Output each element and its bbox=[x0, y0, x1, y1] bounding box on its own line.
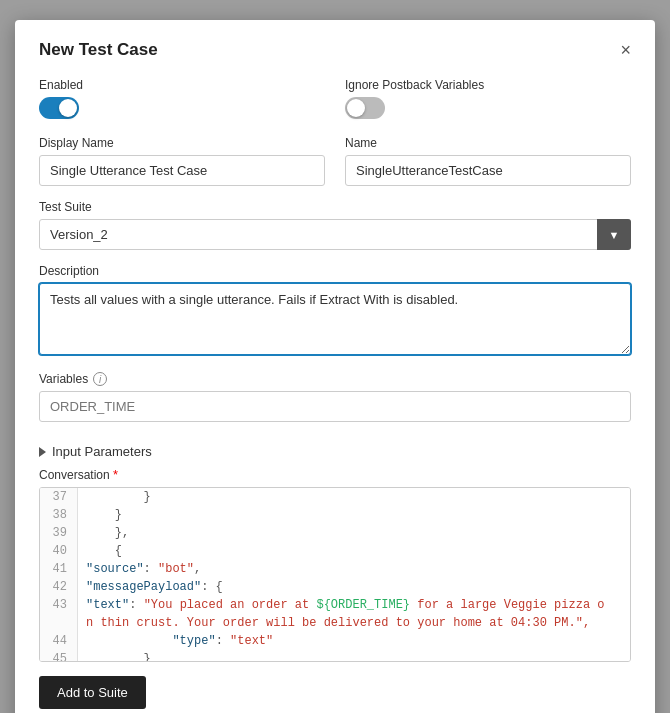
variables-input[interactable] bbox=[39, 391, 631, 422]
add-to-suite-button[interactable]: Add to Suite bbox=[39, 676, 146, 709]
ignore-postback-toggle[interactable] bbox=[345, 97, 385, 119]
code-line-40: 40 { bbox=[40, 542, 630, 560]
code-line-39: 39 }, bbox=[40, 524, 630, 542]
description-textarea[interactable]: Tests all values with a single utterance… bbox=[39, 283, 631, 355]
input-parameters-label: Input Parameters bbox=[52, 444, 152, 459]
code-line-44: 44 "type": "text" bbox=[40, 632, 630, 650]
line-num-38: 38 bbox=[40, 506, 78, 524]
test-suite-section: Test Suite Version_2 Version_1 bbox=[39, 200, 631, 250]
ignore-postback-slider bbox=[345, 97, 385, 119]
line-num-44: 44 bbox=[40, 632, 78, 650]
line-content-39: }, bbox=[78, 524, 129, 542]
enabled-label: Enabled bbox=[39, 78, 325, 92]
line-content-42: "messagePayload": { bbox=[78, 578, 223, 596]
variables-label-text: Variables bbox=[39, 372, 88, 386]
line-content-41: "source": "bot", bbox=[78, 560, 201, 578]
new-test-case-modal: New Test Case × Enabled Ignore Postback … bbox=[15, 20, 655, 713]
enabled-col: Enabled bbox=[39, 78, 325, 122]
required-star: * bbox=[113, 467, 118, 482]
chevron-right-icon bbox=[39, 447, 46, 457]
enabled-toggle[interactable] bbox=[39, 97, 79, 119]
display-name-input[interactable] bbox=[39, 155, 325, 186]
variables-info-icon[interactable]: i bbox=[93, 372, 107, 386]
toggles-row: Enabled Ignore Postback Variables bbox=[39, 78, 631, 122]
line-content-45: } bbox=[78, 650, 151, 662]
line-num-43: 43 bbox=[40, 596, 78, 614]
line-num-45: 45 bbox=[40, 650, 78, 662]
line-content-43b: n thin crust. Your order will be deliver… bbox=[78, 614, 590, 632]
conversation-label: Conversation bbox=[39, 468, 110, 482]
enabled-slider bbox=[39, 97, 79, 119]
code-line-45: 45 } bbox=[40, 650, 630, 662]
variables-label-row: Variables i bbox=[39, 372, 631, 386]
line-num-37: 37 bbox=[40, 488, 78, 506]
variables-section: Variables i bbox=[39, 372, 631, 422]
description-label: Description bbox=[39, 264, 631, 278]
test-suite-select[interactable]: Version_2 Version_1 bbox=[39, 219, 631, 250]
conversation-section: Conversation * 37 } 38 } 39 } bbox=[39, 467, 631, 662]
code-line-43: 43 "text": "You placed an order at ${ORD… bbox=[40, 596, 630, 614]
line-num-42: 42 bbox=[40, 578, 78, 596]
test-suite-wrapper: Version_2 Version_1 bbox=[39, 219, 631, 250]
name-row: Display Name Name bbox=[39, 136, 631, 186]
line-content-43: "text": "You placed an order at ${ORDER_… bbox=[78, 596, 605, 614]
name-col: Name bbox=[345, 136, 631, 186]
conversation-label-row: Conversation * bbox=[39, 467, 631, 482]
conversation-code-editor[interactable]: 37 } 38 } 39 }, 40 { bbox=[39, 487, 631, 662]
line-content-44: "type": "text" bbox=[78, 632, 273, 650]
display-name-label: Display Name bbox=[39, 136, 325, 150]
input-parameters-header[interactable]: Input Parameters bbox=[39, 436, 631, 467]
line-content-37: } bbox=[78, 488, 151, 506]
code-line-43b: n thin crust. Your order will be deliver… bbox=[40, 614, 630, 632]
modal-title: New Test Case bbox=[39, 40, 158, 60]
line-content-38: } bbox=[78, 506, 122, 524]
code-line-41: 41 "source": "bot", bbox=[40, 560, 630, 578]
description-section: Description Tests all values with a sing… bbox=[39, 264, 631, 358]
name-label: Name bbox=[345, 136, 631, 150]
name-input[interactable] bbox=[345, 155, 631, 186]
code-line-38: 38 } bbox=[40, 506, 630, 524]
line-num-41: 41 bbox=[40, 560, 78, 578]
ignore-postback-col: Ignore Postback Variables bbox=[345, 78, 631, 122]
line-num-40: 40 bbox=[40, 542, 78, 560]
ignore-postback-label: Ignore Postback Variables bbox=[345, 78, 631, 92]
display-name-col: Display Name bbox=[39, 136, 325, 186]
code-line-37: 37 } bbox=[40, 488, 630, 506]
line-num-43b bbox=[40, 614, 78, 632]
test-suite-label: Test Suite bbox=[39, 200, 631, 214]
line-content-40: { bbox=[78, 542, 122, 560]
modal-header: New Test Case × bbox=[39, 40, 631, 60]
close-button[interactable]: × bbox=[620, 41, 631, 59]
code-line-42: 42 "messagePayload": { bbox=[40, 578, 630, 596]
line-num-39: 39 bbox=[40, 524, 78, 542]
